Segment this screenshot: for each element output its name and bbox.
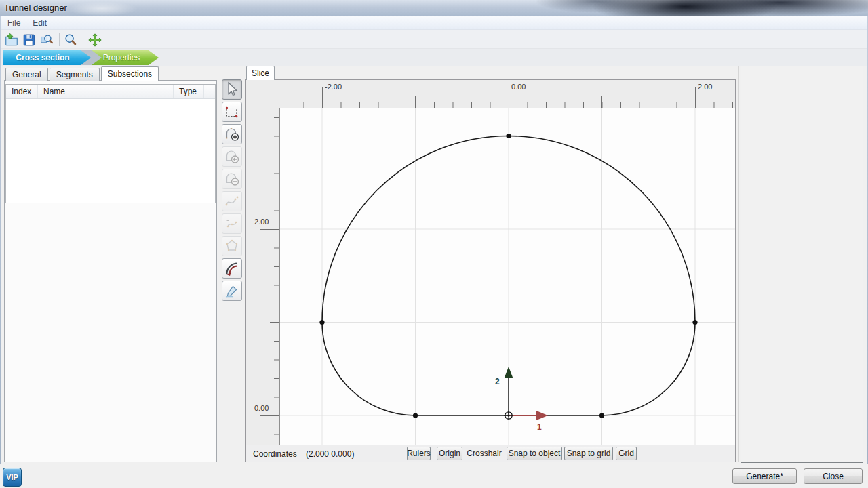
- pan-button[interactable]: [87, 32, 103, 48]
- zoom-selection-icon: [39, 33, 54, 47]
- pointer-icon: [224, 81, 240, 98]
- tunnel-cross-section-drawing[interactable]: 2 1: [280, 108, 735, 445]
- menu-file[interactable]: File: [1, 17, 26, 29]
- toolbar-separator: [59, 33, 60, 46]
- tool-pen[interactable]: [222, 281, 242, 301]
- drawing-surface[interactable]: 2 1: [279, 108, 735, 445]
- save-button[interactable]: [21, 32, 37, 48]
- tool-add-subsection[interactable]: [222, 124, 242, 144]
- column-index[interactable]: Index: [6, 85, 38, 98]
- generate-button[interactable]: Generate*: [732, 468, 797, 484]
- toggle-snap-to-grid[interactable]: Snap to grid: [564, 447, 613, 460]
- left-panel-tabs: General Segments Subsections: [5, 67, 159, 81]
- polycurve-icon: [224, 193, 240, 209]
- arc-tool-icon: [224, 260, 240, 277]
- tick: [260, 229, 279, 230]
- axis-2-label: 2: [495, 377, 500, 386]
- coordinates-label: Coordinates: [253, 449, 297, 459]
- tool-pointer[interactable]: [222, 79, 242, 100]
- toolbar-separator: [83, 33, 83, 46]
- tool-remove-subsection[interactable]: [222, 169, 242, 189]
- origin-marker: [504, 411, 513, 420]
- add-subsection-icon: [224, 126, 240, 142]
- toolbar: [1, 30, 867, 49]
- tool-rectangle-selection[interactable]: [222, 102, 242, 122]
- save-floppy-icon: [22, 33, 37, 47]
- subsections-table: Index Name Type: [5, 84, 216, 203]
- open-button[interactable]: [3, 32, 20, 48]
- top-ruler-label: -2.00: [325, 83, 342, 91]
- table-body-empty: [6, 99, 215, 203]
- coordinates-value: (2.000 0.000): [306, 449, 354, 459]
- axis-1-label: 1: [537, 422, 542, 432]
- close-button[interactable]: Close: [804, 468, 863, 484]
- pen-tool-icon: [224, 283, 240, 299]
- rectangle-selection-icon: [224, 104, 240, 120]
- left-ruler-label: 0.00: [254, 404, 269, 412]
- wizard-bar: Cross section Properties: [1, 49, 867, 66]
- open-folder-icon: [4, 33, 19, 47]
- tab-subsections[interactable]: Subsections: [101, 66, 159, 81]
- tick: [415, 96, 416, 108]
- tab-segments[interactable]: Segments: [50, 68, 100, 81]
- toggle-crosshair[interactable]: Crosshair: [467, 447, 502, 460]
- properties-panel: [741, 66, 863, 463]
- vip-badge[interactable]: VIP: [3, 468, 22, 487]
- tunnel-designer-window: Tunnel designer File Edit: [0, 0, 868, 488]
- insert-subsection-icon: [224, 148, 240, 165]
- window-title: Tunnel designer: [4, 3, 67, 13]
- status-separator: [401, 448, 401, 460]
- axis-1-arrow: [509, 411, 548, 420]
- top-ruler-label: 0.00: [511, 83, 526, 91]
- panel-splitter[interactable]: [738, 66, 739, 462]
- remove-subsection-icon: [224, 171, 240, 187]
- tick: [260, 415, 279, 416]
- toggle-rulers[interactable]: Rulers: [407, 447, 431, 460]
- left-ruler-label: 2.00: [254, 218, 269, 226]
- canvas-status-bar: Coordinates (2.000 0.000) Rulers Origin …: [246, 445, 735, 462]
- toggle-snap-to-object[interactable]: Snap to object: [507, 447, 562, 460]
- tool-polygon[interactable]: [222, 236, 242, 256]
- modify-segments-icon: [224, 216, 240, 232]
- polygon-icon: [224, 238, 240, 254]
- left-ruler: [252, 108, 279, 445]
- tick: [322, 87, 323, 108]
- zoom-selection-button[interactable]: [39, 32, 55, 48]
- title-bar[interactable]: Tunnel designer: [0, 0, 868, 16]
- tick: [270, 322, 279, 323]
- magnifier-icon: [63, 33, 78, 47]
- table-header: Index Name Type: [6, 85, 215, 99]
- tool-insert-subsection[interactable]: [222, 146, 242, 167]
- tick: [509, 87, 509, 108]
- window-border-left: [0, 16, 1, 488]
- menu-bar: File Edit: [1, 16, 867, 30]
- tool-arc[interactable]: [222, 258, 242, 279]
- tab-general[interactable]: General: [5, 68, 48, 81]
- tick: [270, 136, 279, 136]
- zoom-button[interactable]: [62, 32, 79, 48]
- move-arrows-icon: [87, 33, 102, 47]
- top-ruler: [280, 81, 735, 108]
- tool-polycurve[interactable]: [222, 191, 242, 211]
- toggle-origin[interactable]: Origin: [437, 447, 462, 460]
- tick: [695, 87, 696, 108]
- tick: [601, 96, 602, 108]
- menu-edit[interactable]: Edit: [26, 17, 53, 29]
- toggle-grid[interactable]: Grid: [616, 447, 637, 460]
- top-ruler-label: 2.00: [698, 83, 712, 91]
- column-name[interactable]: Name: [38, 85, 174, 98]
- tool-modify-segments[interactable]: [222, 214, 242, 234]
- column-type[interactable]: Type: [174, 85, 204, 98]
- wizard-step-cross-section[interactable]: Cross section: [3, 50, 91, 65]
- axis-2-arrow: [505, 367, 513, 414]
- tab-slice[interactable]: Slice: [246, 66, 275, 80]
